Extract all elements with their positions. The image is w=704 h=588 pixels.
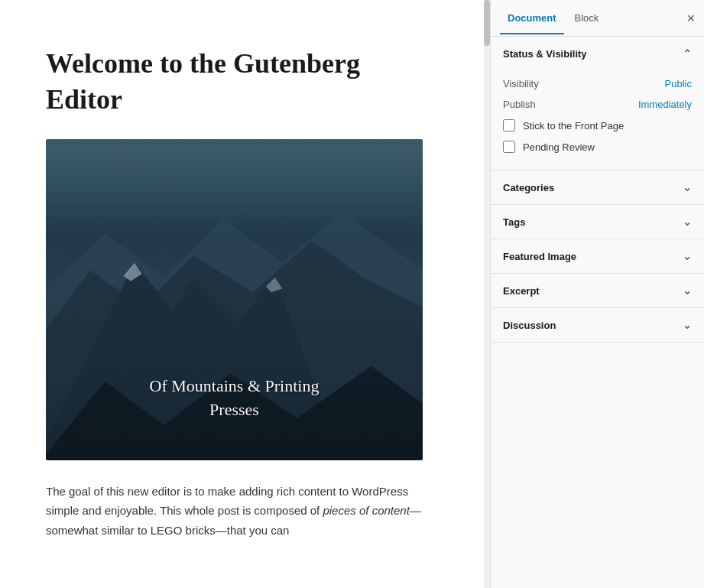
section-discussion-header[interactable]: Discussion ⌄: [491, 308, 704, 343]
editor-content: Welcome to the Gutenberg Editor: [0, 0, 484, 588]
post-body: The goal of this new editor is to make a…: [46, 482, 423, 541]
section-tags-header[interactable]: Tags ⌄: [491, 205, 704, 239]
stick-to-front-checkbox[interactable]: [503, 119, 515, 132]
visibility-value[interactable]: Public: [665, 78, 692, 89]
chevron-down-icon-featured-image: ⌄: [683, 250, 692, 262]
chevron-up-icon: ⌃: [683, 47, 692, 60]
pending-review-checkbox[interactable]: [503, 141, 515, 153]
visibility-row: Visibility Public: [503, 73, 692, 94]
section-status-visibility-title: Status & Visibility: [503, 48, 587, 60]
section-featured-image-header[interactable]: Featured Image ⌄: [491, 239, 704, 274]
post-title[interactable]: Welcome to the Gutenberg Editor: [46, 46, 423, 118]
pending-review-label: Pending Review: [523, 141, 595, 153]
publish-row: Publish Immediately: [503, 94, 692, 115]
section-excerpt-header[interactable]: Excerpt ⌄: [491, 274, 704, 308]
sidebar: Document Block × Status & Visibility ⌃ V…: [490, 0, 704, 588]
section-status-visibility-header[interactable]: Status & Visibility ⌃: [491, 37, 704, 70]
pending-review-row: Pending Review: [503, 136, 692, 158]
section-discussion-title: Discussion: [503, 320, 556, 331]
chevron-down-icon-discussion: ⌄: [683, 319, 692, 331]
scrollbar-track[interactable]: [484, 0, 490, 588]
scrollbar-thumb[interactable]: [484, 0, 490, 46]
chevron-down-icon-excerpt: ⌄: [683, 284, 692, 297]
section-excerpt-title: Excerpt: [503, 285, 540, 297]
visibility-label: Visibility: [503, 78, 539, 89]
section-tags-title: Tags: [503, 216, 525, 228]
section-status-visibility-content: Visibility Public Publish Immediately St…: [491, 70, 704, 170]
publish-value[interactable]: Immediately: [638, 99, 692, 110]
stick-to-front-row: Stick to the Front Page: [503, 115, 692, 136]
section-status-visibility: Status & Visibility ⌃ Visibility Public …: [491, 37, 704, 171]
tab-block[interactable]: Block: [567, 2, 607, 34]
chevron-down-icon-tags: ⌄: [683, 216, 692, 228]
publish-label: Publish: [503, 99, 536, 110]
close-icon[interactable]: ×: [686, 11, 695, 25]
image-caption: Of Mountains & Printing Presses: [46, 375, 423, 422]
post-image-block: Of Mountains & Printing Presses: [46, 139, 423, 460]
mountain-image: Of Mountains & Printing Presses: [46, 139, 423, 460]
sidebar-tabs: Document Block ×: [491, 0, 704, 37]
stick-to-front-label: Stick to the Front Page: [523, 120, 624, 132]
tab-document[interactable]: Document: [500, 2, 564, 34]
section-categories-title: Categories: [503, 182, 554, 193]
section-featured-image-title: Featured Image: [503, 251, 576, 262]
chevron-down-icon-categories: ⌄: [683, 181, 692, 193]
section-categories-header[interactable]: Categories ⌄: [491, 171, 704, 205]
